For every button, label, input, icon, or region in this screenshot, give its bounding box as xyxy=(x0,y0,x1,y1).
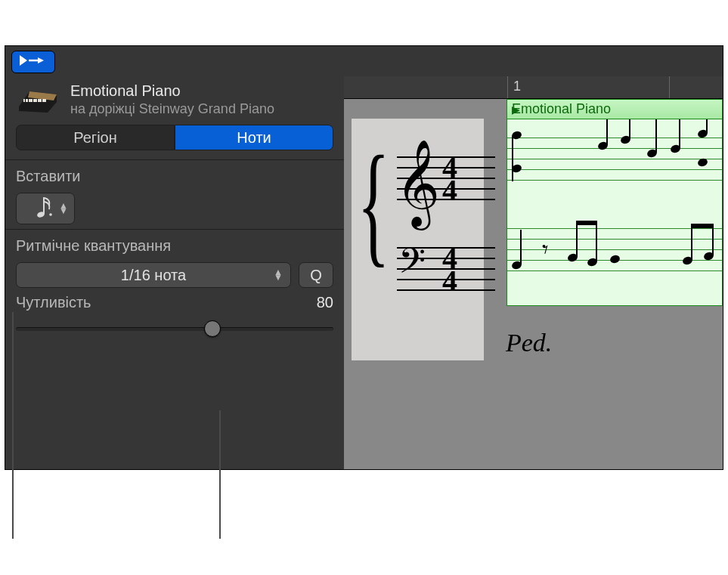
svg-point-13 xyxy=(49,213,52,216)
svg-rect-5 xyxy=(23,99,46,102)
time-ruler[interactable]: 1 xyxy=(344,76,723,99)
tab-notes[interactable]: Ноти xyxy=(175,125,333,150)
insert-label: Вставити xyxy=(16,168,333,185)
sensitivity-slider[interactable] xyxy=(16,317,333,340)
slider-thumb[interactable] xyxy=(204,320,221,337)
svg-rect-8 xyxy=(33,99,33,102)
region-subtitle: на доріжці Steinway Grand Piano xyxy=(70,101,333,117)
quantize-apply-button[interactable]: Q xyxy=(299,262,333,288)
svg-rect-12 xyxy=(43,197,45,214)
score-margin: { 𝄞 4 4 𝄢 4 4 xyxy=(352,119,484,360)
svg-rect-10 xyxy=(42,99,42,102)
inspector-sidebar: Emotional Piano на доріжці Steinway Gran… xyxy=(5,76,344,345)
region-header[interactable]: ▶ Emotional Piano xyxy=(507,99,723,119)
inspector-tabs: Регіон Ноти xyxy=(5,125,344,159)
score-editor[interactable]: 1 { 𝄞 4 4 𝄢 4 4 xyxy=(344,76,723,469)
track-instrument-icon xyxy=(16,84,60,116)
stepper-arrows-icon: ▲▼ xyxy=(274,270,283,280)
svg-rect-7 xyxy=(28,99,29,102)
sensitivity-value: 80 xyxy=(317,294,333,311)
callout-line xyxy=(12,312,14,539)
editor-panel: Emotional Piano на доріжці Steinway Gran… xyxy=(5,45,723,470)
sixteenth-note-icon xyxy=(36,196,55,221)
ruler-bar-number: 1 xyxy=(513,79,521,94)
callout-line xyxy=(219,410,221,539)
catch-icon xyxy=(18,54,48,70)
stepper-arrows-icon: ▲▼ xyxy=(59,203,68,214)
catch-playhead-button[interactable] xyxy=(11,51,55,73)
midi-region[interactable]: ▶ Emotional Piano xyxy=(507,99,723,326)
tab-region[interactable]: Регіон xyxy=(16,125,175,150)
treble-clef-icon: 𝄞 xyxy=(395,140,440,227)
pedal-marking: Ped. xyxy=(506,329,552,357)
time-signature: 4 4 xyxy=(442,156,457,202)
svg-rect-6 xyxy=(25,99,26,102)
svg-rect-9 xyxy=(37,99,38,102)
quantize-label: Ритмічне квантування xyxy=(16,237,333,255)
svg-marker-2 xyxy=(38,57,44,63)
svg-marker-0 xyxy=(20,55,27,66)
region-loop-icon: ▶ xyxy=(512,104,520,116)
sensitivity-label: Чутливість xyxy=(16,294,91,311)
insert-note-value-select[interactable]: ▲▼ xyxy=(16,193,75,224)
region-name: Emotional Piano xyxy=(512,101,611,117)
quantize-value-text: 1/16 нота xyxy=(121,267,186,284)
region-body[interactable]: 𝄾 xyxy=(507,119,723,306)
bass-clef-icon: 𝄢 xyxy=(398,241,426,290)
region-title: Emotional Piano xyxy=(70,82,333,100)
quantize-value-select[interactable]: 1/16 нота ▲▼ xyxy=(16,262,291,288)
time-signature-bass: 4 4 xyxy=(442,247,457,292)
